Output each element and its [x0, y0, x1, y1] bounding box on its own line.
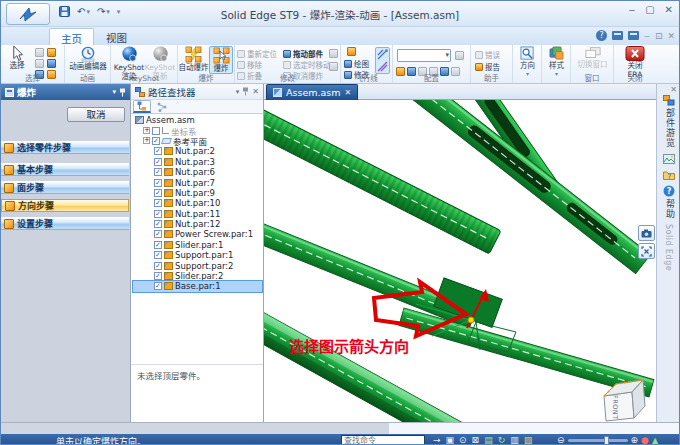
- flowline-style1-icon[interactable]: [377, 49, 388, 60]
- expand-icon[interactable]: +: [143, 137, 150, 144]
- flowlines-draw-button[interactable]: 绘图: [344, 58, 369, 69]
- checkbox[interactable]: ✓: [154, 147, 162, 155]
- zoom-area-icon[interactable]: ⊠: [472, 435, 480, 445]
- tree-item[interactable]: ✓Base.par:1: [133, 281, 262, 291]
- modify-aux2-icon[interactable]: [329, 62, 338, 71]
- select-visible-icon[interactable]: [47, 48, 56, 57]
- tree-item[interactable]: ✓Support.par:2: [133, 260, 262, 270]
- panel-menu-icon[interactable]: ▾: [112, 88, 116, 96]
- tab-pathfinder-alt[interactable]: [153, 100, 171, 113]
- select-filter-icon[interactable]: [35, 48, 44, 57]
- zoom-slider[interactable]: [568, 439, 628, 442]
- flowlines-icon[interactable]: [347, 47, 356, 56]
- view-style-icon[interactable]: ▣: [446, 435, 455, 445]
- zoom-slider-thumb[interactable]: [604, 436, 609, 445]
- explode-step-5[interactable]: 设置步骤: [1, 217, 129, 230]
- orientation-button[interactable]: 方向▾: [515, 46, 540, 78]
- tree-item[interactable]: ✓Nut.par:3: [133, 157, 262, 167]
- checkbox[interactable]: ✓: [154, 210, 162, 218]
- redo-button[interactable]: ↷▾: [97, 6, 110, 17]
- checkbox[interactable]: ✓: [154, 189, 162, 197]
- explode-step-4[interactable]: 方向步骤: [1, 199, 129, 212]
- customize-qat-button[interactable]: ▾: [117, 8, 121, 16]
- tree-item[interactable]: ✓Nut.par:7: [133, 177, 262, 187]
- checkbox[interactable]: ✓: [154, 230, 162, 238]
- style-button[interactable]: 样式▾: [544, 46, 569, 78]
- tree-item[interactable]: ✓Nut.par:2: [133, 146, 262, 156]
- tree-item[interactable]: ✓Support.par:1: [133, 250, 262, 260]
- tree-item[interactable]: ✓Slider.par:2: [133, 271, 262, 281]
- dock-close-icon[interactable]: ✕: [670, 85, 677, 94]
- checkbox[interactable]: ✓: [154, 241, 162, 249]
- folder-help-icon[interactable]: ?: [662, 168, 676, 181]
- move-on-select-button[interactable]: 选定时移动: [283, 59, 331, 70]
- undo-button[interactable]: ↶▾: [77, 6, 90, 17]
- explode-step-2[interactable]: 基本步骤: [1, 163, 129, 176]
- tree-item[interactable]: +✓参考平面: [133, 136, 262, 146]
- pan-icon[interactable]: ▤: [484, 435, 493, 445]
- model-canvas[interactable]: 选择图示箭头方向 FRONT: [264, 100, 656, 422]
- explode-step-3[interactable]: 面步骤: [1, 181, 129, 194]
- config-save-icon[interactable]: [455, 51, 464, 60]
- remove-button[interactable]: 移除: [237, 59, 262, 70]
- checkbox[interactable]: ✓: [154, 282, 162, 290]
- checkbox[interactable]: ✓: [152, 137, 160, 145]
- checkbox[interactable]: ✓: [154, 272, 162, 280]
- flowline-style2-icon[interactable]: [377, 61, 388, 72]
- help-label[interactable]: 帮助: [664, 199, 677, 219]
- mdi-minimize-button[interactable]: ‒: [644, 31, 650, 41]
- drag-component-button[interactable]: 拖动部件: [283, 48, 323, 59]
- errors-button[interactable]: 错误: [475, 49, 500, 60]
- next-icon[interactable]: →: [433, 435, 441, 445]
- styles-icon[interactable]: ▥: [510, 435, 519, 445]
- explode-step-1[interactable]: 选择零件步骤: [1, 141, 129, 154]
- help-icon[interactable]: ?: [596, 30, 607, 41]
- close-button[interactable]: ✕: [665, 4, 673, 15]
- tree-item[interactable]: ✓Slider.par:1: [133, 240, 262, 250]
- zoom-icon[interactable]: ⊙: [459, 435, 467, 445]
- switch-window-button[interactable]: 切换窗口: [574, 46, 611, 69]
- close-panel-icon[interactable]: ✕: [252, 87, 259, 96]
- tree-item[interactable]: ✓Nut.par:6: [133, 167, 262, 177]
- maximize-button[interactable]: ▢: [645, 4, 654, 15]
- tree-item[interactable]: ✓Power Screw.par:1: [133, 229, 262, 239]
- tab-pathfinder-tree[interactable]: [133, 100, 151, 113]
- animation-editor-button[interactable]: 动画编辑器: [71, 46, 105, 71]
- checkbox[interactable]: [152, 127, 160, 135]
- layout-icon[interactable]: ▨: [524, 435, 533, 445]
- tree-item[interactable]: ✓Nut.par:11: [133, 209, 262, 219]
- minimize-button[interactable]: ‒: [629, 4, 635, 15]
- tree-item[interactable]: ✓Nut.par:12: [133, 219, 262, 229]
- checkbox[interactable]: ✓: [154, 168, 162, 176]
- checkbox[interactable]: ✓: [154, 199, 162, 207]
- checkbox[interactable]: ✓: [154, 158, 162, 166]
- rotate-icon[interactable]: ↻: [498, 435, 506, 445]
- report-button[interactable]: 报告: [475, 61, 500, 72]
- checkbox[interactable]: ✓: [154, 251, 162, 259]
- direction-origin-dot[interactable]: [468, 317, 474, 323]
- configuration-combo[interactable]: [397, 49, 451, 62]
- checkbox[interactable]: ✓: [154, 179, 162, 187]
- tab-home[interactable]: 主页: [49, 28, 94, 45]
- checkbox[interactable]: ✓: [154, 262, 162, 270]
- component-tour-icon[interactable]: [662, 94, 676, 107]
- reposition-button[interactable]: 重新定位: [237, 48, 277, 59]
- help-circle-icon[interactable]: ?: [662, 184, 676, 197]
- tree-item[interactable]: Assem.asm: [133, 115, 262, 125]
- checkbox[interactable]: ✓: [154, 220, 162, 228]
- record-icon[interactable]: ●: [641, 435, 649, 445]
- tree-item[interactable]: ✓Nut.par:10: [133, 198, 262, 208]
- explode-button[interactable]: 爆炸: [209, 46, 233, 74]
- display-pane2-icon[interactable]: [628, 31, 639, 40]
- zoom-in-icon[interactable]: ⊕: [631, 435, 639, 445]
- select-options-icon[interactable]: [47, 59, 56, 68]
- camera-button[interactable]: [638, 225, 655, 241]
- component-tour-label[interactable]: 部件游览: [664, 108, 677, 148]
- zoom-out-icon[interactable]: ⊖: [557, 435, 565, 445]
- mdi-close-button[interactable]: ✕: [667, 31, 675, 41]
- find-command-input[interactable]: [341, 435, 425, 445]
- tree-item[interactable]: ✓Nut.par:9: [133, 188, 262, 198]
- fit-view-button[interactable]: [638, 243, 655, 259]
- cancel-button[interactable]: 取消: [67, 107, 125, 122]
- display-pane-icon[interactable]: [612, 31, 623, 40]
